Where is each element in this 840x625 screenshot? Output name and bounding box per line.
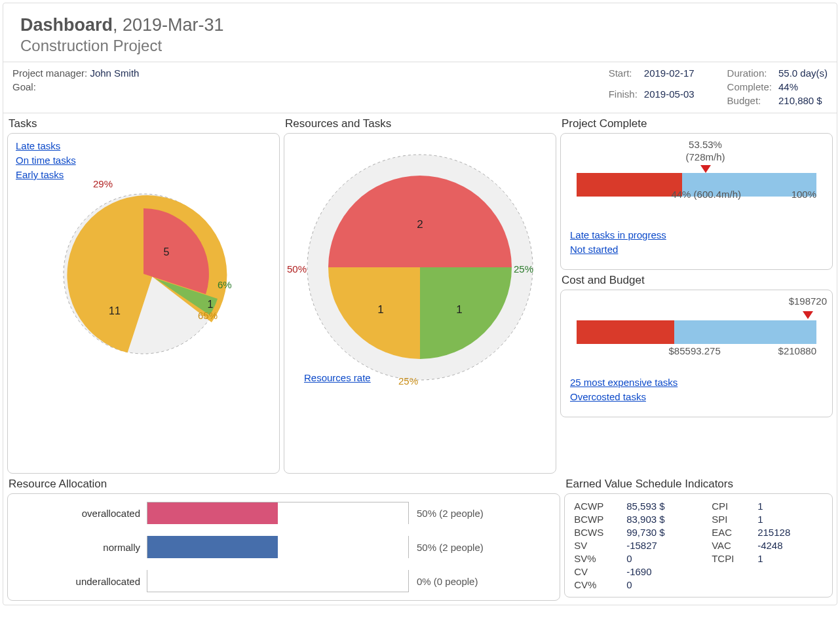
cb-seg-spent	[577, 320, 674, 344]
evi-k: CV	[574, 566, 620, 577]
pc-progress: 53.53% (728m/h) 44% (600.4m/h) 100%	[570, 140, 823, 215]
budget-label: Budget:	[727, 95, 772, 106]
complete-value: 44%	[778, 81, 828, 92]
evi-v: 1	[757, 553, 816, 564]
evi-v: -15827	[626, 540, 705, 551]
evi-v: 215128	[757, 527, 816, 538]
budget-value: 210,880 $	[778, 95, 828, 106]
cb-below-left: $85593.275	[669, 345, 721, 356]
evi-k: ACWP	[574, 501, 620, 512]
panels-row-2: Resource Allocation overallocated 50% (2…	[3, 478, 837, 605]
link-ontime-tasks[interactable]: On time tasks	[16, 155, 76, 166]
evi-k: EAC	[712, 527, 751, 538]
title-main: Dashboard	[20, 15, 113, 35]
finish-label: Finish:	[609, 88, 638, 107]
cb-below-right: $210880	[778, 345, 816, 356]
start-label: Start:	[609, 67, 638, 86]
evi-v: 85,593 $	[626, 501, 705, 512]
link-not-started[interactable]: Not started	[570, 244, 823, 255]
panel-cost-budget: Cost and Budget $198720 $85593.275 $2108…	[560, 274, 833, 417]
alloc-val-normal: 50% (2 people)	[409, 542, 552, 553]
pc-below-right: 100%	[792, 189, 816, 200]
alloc-bar-over	[147, 502, 409, 524]
evi-k: SV%	[574, 553, 620, 564]
pm-row: Project manager: John Smith	[12, 67, 139, 79]
pct-res-orange: 25%	[398, 375, 418, 387]
cb-seg-remaining	[674, 320, 816, 344]
pc-marker-icon	[700, 165, 711, 173]
cb-progress: $198720 $85593.275 $210880	[570, 297, 823, 362]
evi-k: BCWP	[574, 514, 620, 525]
goal-label: Goal:	[12, 81, 36, 92]
panel-title-cb: Cost and Budget	[560, 274, 833, 287]
evi-v: -4248	[757, 540, 816, 551]
tasks-pie-chart: 5 1 11	[39, 182, 248, 366]
panels-row-1: Tasks Late tasks On time tasks Early tas…	[3, 113, 837, 478]
title-date: , 2019-Mar-31	[113, 15, 224, 35]
pm-label: Project manager:	[12, 67, 87, 79]
pie-lbl-early: 1	[208, 299, 214, 310]
right-column: Project Complete 53.53% (728m/h) 44% (60…	[560, 117, 833, 474]
panel-title-tasks: Tasks	[7, 117, 280, 130]
panel-evi: Earned Value Schedule Indicators ACWP85,…	[564, 478, 833, 601]
link-resources-rate[interactable]: Resources rate	[304, 372, 371, 383]
link-late-progress[interactable]: Late tasks in progress	[570, 229, 823, 240]
pie-lbl-late: 5	[164, 246, 170, 257]
evi-v: -1690	[626, 566, 705, 577]
svg-text:1: 1	[456, 303, 462, 316]
evi-k: BCWS	[574, 527, 620, 538]
pm-value: John Smith	[90, 67, 139, 79]
pie-lbl-ontime: 11	[109, 305, 121, 316]
header: Dashboard, 2019-Mar-31 Construction Proj…	[3, 3, 837, 62]
panel-title-pc: Project Complete	[560, 117, 833, 130]
complete-label: Complete:	[727, 81, 772, 92]
pc-below-left: 44% (600.4m/h)	[671, 189, 741, 200]
pc-seg-actual	[577, 173, 682, 197]
alloc-label-normal: normally	[16, 542, 147, 553]
pct-ontime: 65%	[198, 310, 218, 321]
dashboard-root: Dashboard, 2019-Mar-31 Construction Proj…	[3, 3, 837, 605]
alloc-val-over: 50% (2 people)	[409, 508, 552, 519]
evi-v: 99,730 $	[626, 527, 705, 538]
cb-marker-label: $198720	[789, 295, 827, 307]
link-late-tasks[interactable]: Late tasks	[16, 140, 76, 151]
evi-v: 1	[757, 501, 816, 512]
panel-tasks: Tasks Late tasks On time tasks Early tas…	[7, 117, 280, 474]
info-bar: Project manager: John Smith Goal: Start:…	[3, 62, 837, 113]
evi-k: SV	[574, 540, 620, 551]
stats-block: Duration: 55.0 day(s) Complete: 44% Budg…	[727, 67, 828, 106]
link-overcosted-tasks[interactable]: Overcosted tasks	[570, 391, 823, 402]
evi-v: 0	[626, 553, 705, 564]
panel-title-alloc: Resource Allocation	[7, 478, 560, 491]
link-early-tasks[interactable]: Early tasks	[16, 169, 76, 180]
panel-title-evi: Earned Value Schedule Indicators	[564, 478, 833, 491]
evi-body: ACWP85,593 $ CPI1 BCWP83,903 $ SPI1 BCWS…	[564, 493, 833, 597]
resources-pie-chart: 2 1 1	[296, 143, 544, 392]
alloc-body: overallocated 50% (2 people) normally 50…	[7, 493, 560, 601]
duration-label: Duration:	[727, 67, 772, 79]
panel-project-complete: Project Complete 53.53% (728m/h) 44% (60…	[560, 117, 833, 270]
alloc-label-under: underallocated	[16, 576, 147, 587]
link-expensive-tasks[interactable]: 25 most expensive tasks	[570, 377, 823, 388]
evi-k: CV%	[574, 579, 620, 590]
evi-v: 0	[626, 579, 705, 590]
pct-early: 6%	[218, 279, 232, 290]
duration-value: 55.0 day(s)	[778, 67, 828, 79]
evi-k: VAC	[712, 540, 751, 551]
evi-v: 1	[757, 514, 816, 525]
panel-resources: Resources and Tasks 2 1 1	[284, 117, 556, 474]
panel-title-resources: Resources and Tasks	[284, 117, 556, 130]
start-value: 2019-02-17	[644, 67, 695, 86]
evi-v: 83,903 $	[626, 514, 705, 525]
panel-resource-allocation: Resource Allocation overallocated 50% (2…	[7, 478, 560, 601]
evi-k: CPI	[712, 501, 751, 512]
svg-text:1: 1	[377, 303, 383, 316]
cb-marker-icon	[803, 311, 813, 319]
alloc-bar-under	[147, 570, 409, 592]
evi-k: SPI	[712, 514, 751, 525]
goal-row: Goal:	[12, 81, 139, 92]
pct-res-red: 50%	[287, 263, 307, 275]
pct-late: 29%	[93, 178, 113, 189]
finish-value: 2019-05-03	[644, 88, 695, 107]
alloc-bar-normal	[147, 536, 409, 558]
